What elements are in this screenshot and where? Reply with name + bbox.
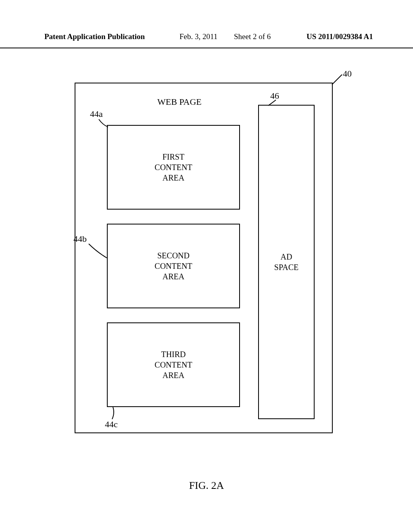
- ref-first-content: 44a: [90, 109, 103, 119]
- ref-ad-space: 46: [270, 91, 279, 101]
- third-content-area-label: THIRD CONTENT AREA: [154, 349, 192, 380]
- figure-canvas: WEB PAGE FIRST CONTENT AREA SECOND CONTE…: [0, 0, 413, 532]
- third-content-area: THIRD CONTENT AREA: [107, 322, 240, 407]
- figure-caption: FIG. 2A: [0, 480, 413, 492]
- second-content-area-label: SECOND CONTENT AREA: [154, 250, 192, 282]
- ref-second-content: 44b: [73, 234, 87, 244]
- ref-outer: 40: [343, 69, 352, 79]
- ref-third-content: 44c: [105, 419, 118, 430]
- ad-space: AD SPACE: [258, 105, 315, 419]
- first-content-area-label: FIRST CONTENT AREA: [154, 152, 192, 183]
- web-page-title: WEB PAGE: [157, 97, 202, 107]
- ad-space-label: AD SPACE: [274, 251, 298, 272]
- second-content-area: SECOND CONTENT AREA: [107, 224, 240, 308]
- first-content-area: FIRST CONTENT AREA: [107, 125, 240, 210]
